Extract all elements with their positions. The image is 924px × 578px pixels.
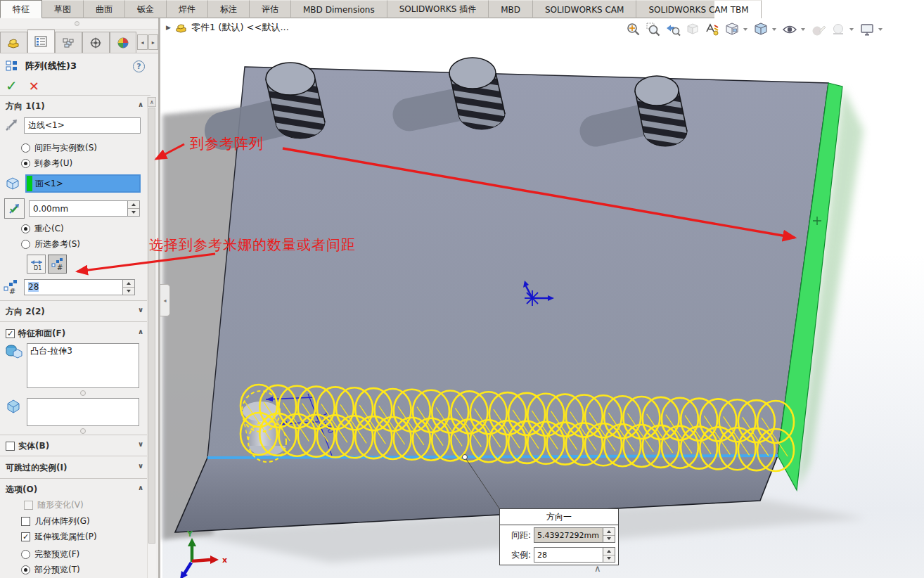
annotation-note-1: 到参考阵列 xyxy=(190,134,264,153)
offset-distance-spinbox[interactable]: 0.00mm xyxy=(29,200,140,217)
section-instances-to-skip[interactable]: 可跳过的实例(I)∨ xyxy=(0,459,150,476)
linear-pattern-icon xyxy=(6,60,20,72)
dimxpert-icon xyxy=(89,37,102,49)
hide-show-items-icon[interactable] xyxy=(781,20,798,38)
tab-solidworks-cam-tbm[interactable]: SOLIDWORKS CAM TBM xyxy=(636,0,761,18)
panel-splitter[interactable] xyxy=(0,18,158,30)
collapse-icon[interactable]: ∧ xyxy=(138,328,145,340)
panel-title: 阵列(线性)3 xyxy=(25,60,127,72)
view-orientation-icon[interactable] xyxy=(723,20,740,38)
callout-instances-spinner[interactable] xyxy=(603,547,615,563)
tab-surfaces[interactable]: 曲面 xyxy=(84,0,125,18)
display-style-caret[interactable] xyxy=(771,20,777,38)
splitter-grip[interactable] xyxy=(75,21,79,26)
hide-show-items-caret[interactable] xyxy=(800,20,806,38)
checkbox-propagate-visual-properties[interactable]: 延伸视觉属性(P) xyxy=(21,531,97,543)
ok-button[interactable]: ✓ xyxy=(6,77,18,94)
tab-scroll-right[interactable]: ▸ xyxy=(148,34,158,50)
checkbox-geometry-pattern[interactable]: 几何体阵列(G) xyxy=(21,515,90,527)
tab-mbd[interactable]: MBD xyxy=(489,0,533,18)
cancel-button[interactable]: ✕ xyxy=(29,79,39,94)
section-bodies[interactable]: 实体(B) ∨ xyxy=(0,437,150,454)
faces-to-pattern-icon xyxy=(4,398,23,415)
tab-evaluate[interactable]: 评估 xyxy=(250,0,291,18)
section-view-icon[interactable] xyxy=(684,20,701,38)
tab-solidworks-addins[interactable]: SOLIDWORKS 插件 xyxy=(387,0,489,18)
scrollbar-up-arrow[interactable]: ∧ xyxy=(148,97,156,107)
view-settings-icon[interactable] xyxy=(858,20,875,38)
reference-face-selection[interactable]: 面<1> xyxy=(25,174,141,193)
tab-dimxpert-manager[interactable] xyxy=(82,32,110,53)
bodies-checkbox[interactable] xyxy=(6,442,15,451)
callout-instances-label: 实例: xyxy=(500,549,531,561)
tab-display-manager[interactable] xyxy=(110,32,137,53)
tab-markup[interactable]: 标注 xyxy=(208,0,250,18)
instance-count-icon: # xyxy=(3,278,20,295)
help-icon[interactable]: ? xyxy=(133,60,145,72)
feature-list-item[interactable]: 凸台-拉伸3 xyxy=(30,345,136,357)
callout-collapse-icon[interactable]: ∧ xyxy=(594,563,601,574)
tab-sketch[interactable]: 草图 xyxy=(42,0,84,18)
section-direction2[interactable]: 方向 2(2)∨ xyxy=(0,303,150,320)
set-count-toggle[interactable]: # xyxy=(48,255,67,274)
radio-partial-preview[interactable]: 部分预览(T) xyxy=(21,564,80,576)
direction1-edge-input[interactable]: 边线<1> xyxy=(24,117,141,134)
section-features-and-faces[interactable]: 特征和面(F) ∧ xyxy=(0,325,150,342)
scrollbar-thumb[interactable] xyxy=(148,108,155,544)
command-manager-tabs: 特征 草图 曲面 钣金 焊件 标注 评估 MBD Dimensions SOLI… xyxy=(0,0,924,18)
tab-weldments[interactable]: 焊件 xyxy=(167,0,208,18)
collapse-icon[interactable]: ∧ xyxy=(138,101,145,113)
display-style-icon[interactable] xyxy=(752,20,769,38)
tab-sheet-metal[interactable]: 钣金 xyxy=(125,0,167,18)
offset-distance-button[interactable] xyxy=(4,198,25,219)
list-resize-grip[interactable] xyxy=(80,428,86,434)
manager-tabs: ◂ ▸ xyxy=(0,30,158,53)
features-faces-checkbox[interactable] xyxy=(6,329,15,338)
selection-color-swatch xyxy=(27,176,32,191)
callout-spacing-spinner[interactable] xyxy=(603,527,615,543)
collapse-icon[interactable]: ∧ xyxy=(138,484,145,496)
apply-scene-caret[interactable] xyxy=(849,20,854,38)
feature-tree-header[interactable]: ▶ 零件1 (默认) <<默认... xyxy=(166,21,289,34)
zoom-area-icon[interactable] xyxy=(644,20,662,38)
radio-full-preview[interactable]: 完整预览(F) xyxy=(21,548,79,560)
callout-spacing-value[interactable]: 5.43927292mm xyxy=(534,527,603,543)
list-resize-grip[interactable] xyxy=(80,390,86,396)
panel-collapse-handle[interactable]: ◂ xyxy=(160,284,170,316)
instance-count-spinbox[interactable]: 28 xyxy=(24,279,135,295)
tab-solidworks-cam[interactable]: SOLIDWORKS CAM xyxy=(533,0,636,18)
tab-property-manager[interactable] xyxy=(27,30,55,53)
expand-icon[interactable]: ∨ xyxy=(138,306,145,318)
set-spacing-toggle[interactable]: D1 xyxy=(27,255,46,274)
expand-icon[interactable]: ∨ xyxy=(138,440,145,452)
tab-features[interactable]: 特征 xyxy=(0,0,42,18)
reference-face-icon xyxy=(4,175,21,192)
zoom-fit-icon[interactable] xyxy=(624,20,642,38)
view-orientation-caret[interactable] xyxy=(743,20,748,38)
section-direction1[interactable]: 方向 1(1)∧ xyxy=(0,98,150,115)
apply-scene-icon[interactable] xyxy=(829,20,847,38)
tab-configuration-manager[interactable] xyxy=(55,32,82,53)
callout-title: 方向一 xyxy=(500,509,618,525)
radio-spacing-instances[interactable]: 间距与实例数(S) xyxy=(21,142,97,154)
configurations-icon xyxy=(62,37,75,49)
radio-selected-reference[interactable]: 所选参考(S) xyxy=(21,238,80,250)
features-list[interactable]: 凸台-拉伸3 xyxy=(27,343,139,388)
annotation-visibility-icon[interactable] xyxy=(703,20,721,38)
view-settings-caret[interactable] xyxy=(878,20,883,38)
callout-instances-value[interactable]: 28 xyxy=(534,547,603,563)
radio-centroid[interactable]: 重心(C) xyxy=(21,223,64,235)
tab-mbd-dimensions[interactable]: MBD Dimensions xyxy=(291,0,387,18)
expand-icon[interactable]: ∨ xyxy=(138,462,145,474)
panel-scrollbar[interactable]: ∧ xyxy=(147,97,156,578)
tab-scroll-left[interactable]: ◂ xyxy=(137,34,147,50)
section-options[interactable]: 选项(O)∧ xyxy=(0,481,150,498)
radio-up-to-reference[interactable]: 到参考(U) xyxy=(21,158,72,169)
graphics-viewport[interactable] xyxy=(162,18,924,578)
tree-expand-icon[interactable]: ▶ xyxy=(166,24,171,31)
edit-appearance-icon[interactable] xyxy=(809,20,827,38)
faces-list[interactable] xyxy=(27,398,139,426)
previous-view-icon[interactable] xyxy=(664,20,681,38)
pattern-callout: 方向一 间距: 5.43927292mm 实例: 28 xyxy=(499,508,619,565)
tab-feature-manager-tree[interactable] xyxy=(0,32,27,53)
